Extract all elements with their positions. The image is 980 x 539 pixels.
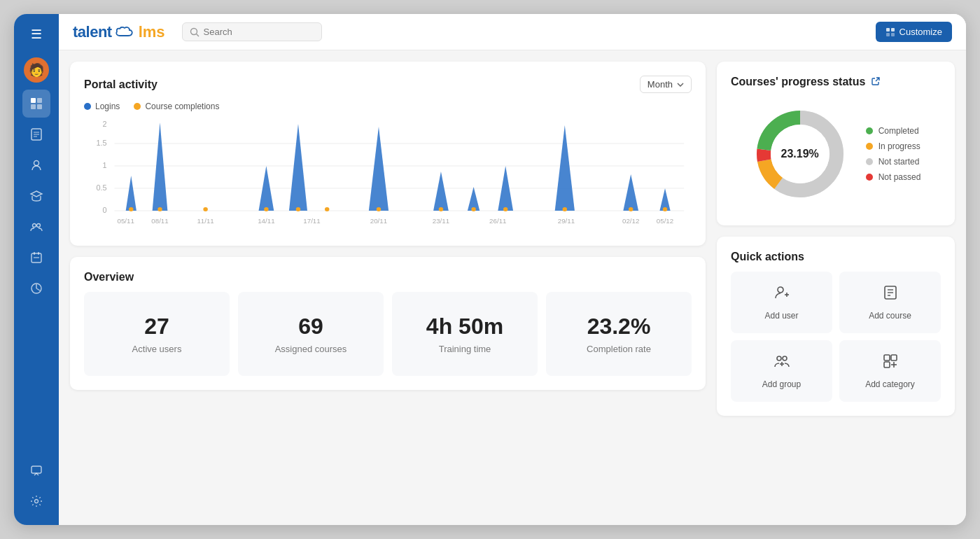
svg-rect-25 [891, 33, 895, 36]
legend-logins-label: Logins [95, 102, 120, 111]
overview-completion-rate: 23.2% Completion rate [546, 292, 692, 376]
svg-text:08/11: 08/11 [151, 217, 168, 225]
sidebar: ☰ 🧑 [14, 14, 59, 525]
svg-point-50 [296, 207, 301, 211]
svg-text:17/11: 17/11 [303, 217, 320, 225]
portal-activity-card: Portal activity Month Logins [70, 62, 706, 246]
svg-point-8 [34, 161, 39, 166]
legend-not-started: Not started [866, 157, 921, 167]
svg-rect-87 [884, 355, 890, 360]
add-course-icon [882, 284, 899, 305]
add-group-action[interactable]: Add group [731, 340, 832, 402]
customize-button[interactable]: Customize [876, 22, 952, 42]
courses-progress-card: Courses' progress status [717, 62, 955, 225]
overview-grid: 27 Active users 69 Assigned courses 4h 5… [84, 292, 692, 376]
donut-center-percentage: 23.19% [781, 148, 819, 160]
not-started-label: Not started [878, 157, 920, 167]
content-right: Courses' progress status [717, 62, 955, 514]
topbar: talent lms Customize [59, 14, 966, 50]
svg-text:11/11: 11/11 [197, 217, 214, 225]
external-link-icon[interactable] [871, 76, 881, 88]
svg-point-55 [503, 207, 508, 211]
legend-logins: Logins [84, 102, 120, 111]
sidebar-item-timeline[interactable] [22, 244, 50, 272]
period-selector[interactable]: Month [640, 76, 692, 93]
svg-rect-2 [31, 104, 36, 109]
svg-text:05/11: 05/11 [117, 217, 134, 225]
legend-completed: Completed [866, 126, 921, 136]
active-users-value: 27 [144, 314, 169, 340]
completed-label: Completed [878, 126, 919, 136]
svg-text:0.5: 0.5 [96, 184, 106, 192]
add-user-action[interactable]: Add user [731, 272, 832, 333]
topbar-logo: talent lms [73, 23, 165, 41]
svg-point-48 [203, 207, 208, 211]
svg-line-21 [196, 34, 199, 36]
svg-text:2: 2 [103, 120, 107, 128]
active-users-label: Active users [132, 344, 182, 354]
avatar[interactable]: 🧑 [24, 57, 49, 83]
overview-card: Overview 27 Active users 69 Assigned cou… [70, 257, 706, 390]
logo-lms: lms [139, 23, 165, 41]
svg-point-19 [35, 500, 38, 503]
add-category-icon [882, 353, 899, 374]
not-passed-dot [866, 174, 873, 181]
main-area: talent lms Customize [59, 14, 966, 525]
legend-not-passed: Not passed [866, 172, 921, 182]
assigned-courses-label: Assigned courses [275, 344, 347, 354]
sidebar-item-groups[interactable] [22, 213, 50, 241]
hamburger-icon[interactable]: ☰ [27, 22, 46, 46]
svg-text:1: 1 [103, 162, 107, 169]
add-category-action[interactable]: Add category [839, 340, 941, 402]
quick-actions-title: Quick actions [731, 251, 804, 262]
overview-title: Overview [84, 271, 134, 283]
svg-point-51 [325, 207, 330, 211]
search-input[interactable] [204, 27, 309, 37]
svg-point-10 [37, 224, 41, 227]
add-course-action[interactable]: Add course [839, 272, 941, 333]
logo-cloud [113, 25, 137, 38]
customize-label: Customize [899, 27, 942, 37]
add-group-label: Add group [762, 379, 801, 389]
svg-point-54 [471, 207, 476, 211]
svg-rect-0 [31, 98, 36, 103]
in-progress-dot [866, 143, 873, 150]
logo-talent: talent [73, 23, 112, 41]
svg-marker-39 [369, 127, 388, 211]
svg-text:0: 0 [103, 206, 107, 214]
add-group-icon [774, 353, 790, 374]
svg-point-56 [563, 207, 568, 211]
legend-completions-label: Course completions [145, 102, 219, 111]
svg-point-52 [377, 207, 382, 211]
courses-progress-title: Courses' progress status [731, 76, 865, 88]
add-category-label: Add category [865, 379, 915, 389]
sidebar-item-courses[interactable] [22, 182, 50, 210]
period-label: Month [648, 79, 673, 90]
donut-area: 23.19% Completed In progress [731, 97, 941, 211]
sidebar-item-reports[interactable] [22, 120, 50, 148]
topbar-search[interactable] [182, 22, 322, 41]
sidebar-item-analytics[interactable] [22, 274, 50, 302]
svg-point-83 [777, 356, 781, 360]
sidebar-item-messages[interactable] [22, 456, 50, 484]
add-course-label: Add course [869, 311, 911, 321]
sidebar-item-settings[interactable] [22, 487, 50, 515]
not-started-dot [866, 158, 873, 165]
assigned-courses-value: 69 [298, 314, 323, 340]
not-passed-label: Not passed [878, 172, 921, 182]
svg-text:02/12: 02/12 [622, 217, 639, 225]
sidebar-item-dashboard[interactable] [22, 90, 50, 118]
svg-rect-18 [31, 466, 41, 473]
svg-marker-35 [126, 176, 136, 211]
overview-active-users: 27 Active users [84, 292, 230, 376]
svg-rect-3 [37, 104, 42, 109]
svg-text:1.5: 1.5 [96, 139, 106, 147]
svg-rect-88 [891, 355, 897, 360]
donut-chart: 23.19% [751, 105, 849, 203]
completion-rate-value: 23.2% [587, 314, 651, 340]
sidebar-item-users[interactable] [22, 151, 50, 179]
courses-progress-header: Courses' progress status [731, 76, 941, 88]
add-user-icon [774, 284, 790, 305]
svg-marker-41 [468, 187, 479, 211]
in-progress-label: In progress [878, 141, 920, 151]
